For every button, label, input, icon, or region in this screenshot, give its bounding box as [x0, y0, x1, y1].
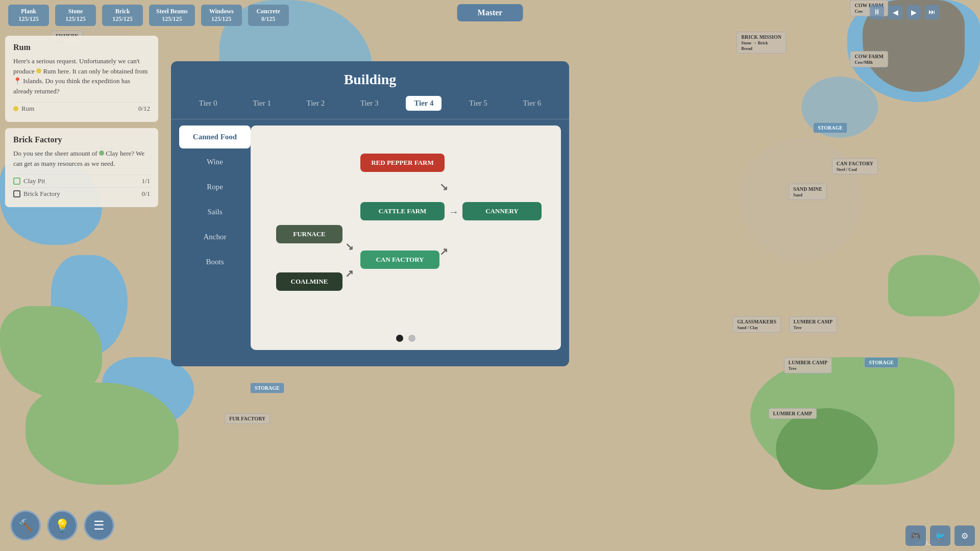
map-node-storage3: STORAGE: [250, 383, 284, 393]
bottom-toolbar[interactable]: 🔨 💡 ☰: [10, 510, 114, 541]
arrow-furnace-to-canfactory: ↘: [345, 240, 354, 253]
top-bar: Plank 125/125 Stone 125/125 Brick 125/12…: [0, 0, 980, 31]
quest-rum: Rum Here's a serious request. Unfortunat…: [5, 36, 158, 122]
node-cannery[interactable]: CANNERY: [462, 202, 542, 220]
resource-steel-beams: Steel Beams 125/125: [149, 5, 195, 26]
map-node-lumber-camp2: LUMBER CAMPTree: [784, 357, 832, 373]
building-item-wine[interactable]: Wine: [179, 151, 251, 173]
resource-concrete: Concrete 0/125: [248, 5, 289, 26]
resource-stone: Stone 125/125: [55, 5, 96, 26]
quest-brick-factory: Brick Factory Do you see the sheer amoun…: [5, 128, 158, 207]
hammer-button[interactable]: 🔨: [10, 510, 41, 541]
quest-brick-title: Brick Factory: [13, 135, 150, 144]
idea-button[interactable]: 💡: [47, 510, 78, 541]
resource-brick: Brick 125/125: [102, 5, 143, 26]
map-node-lumber-camp3: LUMBER CAMP: [769, 408, 817, 419]
node-furnace[interactable]: FURNACE: [276, 225, 342, 243]
map-node-brick-mission: BRICK MISSIONStone → BrickBread: [737, 32, 786, 54]
building-item-anchor[interactable]: Anchor: [179, 226, 251, 248]
modal-body: Canned Food Wine Rope Sails Anchor Boots…: [179, 119, 561, 356]
map-node-cow-farm2: COW FARMCow/Milk: [850, 51, 888, 67]
node-cattle-farm[interactable]: CATTLE FARM: [360, 202, 445, 220]
quest-brick-factory-item: Brick Factory 0/1: [13, 187, 150, 200]
quest-rum-item: Rum 0/12: [13, 102, 150, 115]
map-node-storage: STORAGE: [813, 122, 847, 133]
arrow-pepper-to-cannery: ↘: [439, 181, 448, 193]
settings-button[interactable]: ⚙: [954, 525, 975, 546]
building-list[interactable]: Canned Food Wine Rope Sails Anchor Boots: [179, 119, 251, 356]
left-panel: Rum Here's a serious request. Unfortunat…: [5, 36, 158, 213]
fast-forward-button[interactable]: ⏭: [925, 5, 939, 19]
node-coalmine[interactable]: COALMINE: [276, 272, 342, 291]
tier-tab-1[interactable]: Tier 1: [244, 96, 279, 111]
page-dot-1[interactable]: [396, 335, 403, 342]
page-dot-2[interactable]: [408, 335, 415, 342]
play-button[interactable]: ▶: [906, 5, 921, 19]
quest-rum-title: Rum: [13, 43, 150, 52]
tier-tab-2[interactable]: Tier 2: [299, 96, 333, 111]
map-node-lumber-camp1: LUMBER CAMPTree: [789, 316, 837, 333]
social-buttons[interactable]: 🎮 🐦 ⚙: [905, 525, 975, 546]
diagram-area: RED PEPPER FARM ↘ CATTLE FARM → CANNERY …: [251, 126, 561, 350]
brick-factory-icon: [13, 190, 20, 197]
rum-icon: [13, 106, 18, 111]
building-item-sails[interactable]: Sails: [179, 201, 251, 223]
tier-tab-4[interactable]: Tier 4: [406, 96, 442, 111]
resource-plank: Plank 125/125: [8, 5, 49, 26]
node-red-pepper-farm[interactable]: RED PEPPER FARM: [360, 154, 445, 172]
building-modal: Building Tier 0 Tier 1 Tier 2 Tier 3 Tie…: [171, 61, 569, 366]
twitter-button[interactable]: 🐦: [930, 525, 950, 546]
tier-tabs[interactable]: Tier 0 Tier 1 Tier 2 Tier 3 Tier 4 Tier …: [171, 96, 569, 119]
discord-button[interactable]: 🎮: [905, 525, 926, 546]
tier-tab-0[interactable]: Tier 0: [191, 96, 226, 111]
quest-rum-body: Here's a serious request. Unfortunately …: [13, 56, 150, 96]
resource-windows: Windows 125/125: [201, 5, 242, 26]
tier-tab-3[interactable]: Tier 3: [352, 96, 387, 111]
clay-pit-icon: [13, 178, 20, 185]
map-node-glassmakers: GLASSMAKERSSand / Clay: [732, 316, 781, 333]
building-item-boots[interactable]: Boots: [179, 251, 251, 273]
arrow-cattle-to-cannery: →: [449, 206, 459, 218]
map-node-can-factory-map: CAN FACTORYSteel / Coal: [832, 158, 878, 174]
building-item-canned-food[interactable]: Canned Food: [179, 126, 251, 148]
menu-button[interactable]: ☰: [84, 510, 114, 541]
modal-title: Building: [171, 61, 569, 96]
map-node-fur-factory: FUR FACTORY: [225, 413, 270, 424]
arrow-canfactory-to-cannery: ↗: [439, 245, 448, 258]
page-dots: [396, 335, 415, 342]
tier-tab-6[interactable]: Tier 6: [514, 96, 549, 111]
map-node-storage2: STORAGE: [864, 357, 898, 368]
tier-tab-5[interactable]: Tier 5: [461, 96, 496, 111]
quest-brick-body: Do you see the sheer amount of Clay here…: [13, 148, 150, 168]
playback-controls[interactable]: ⏸ ◀ ▶ ⏭: [870, 5, 939, 19]
arrow-coalmine-to-furnace: ↗: [345, 267, 354, 280]
node-can-factory[interactable]: CAN FACTORY: [360, 251, 439, 269]
map-node-sand-mine: SAND MINESand: [789, 184, 827, 200]
rewind-button[interactable]: ◀: [888, 5, 902, 19]
pause-button[interactable]: ⏸: [870, 5, 884, 19]
building-item-rope[interactable]: Rope: [179, 176, 251, 198]
quest-clay-pit-item: Clay Pit 1/1: [13, 174, 150, 187]
